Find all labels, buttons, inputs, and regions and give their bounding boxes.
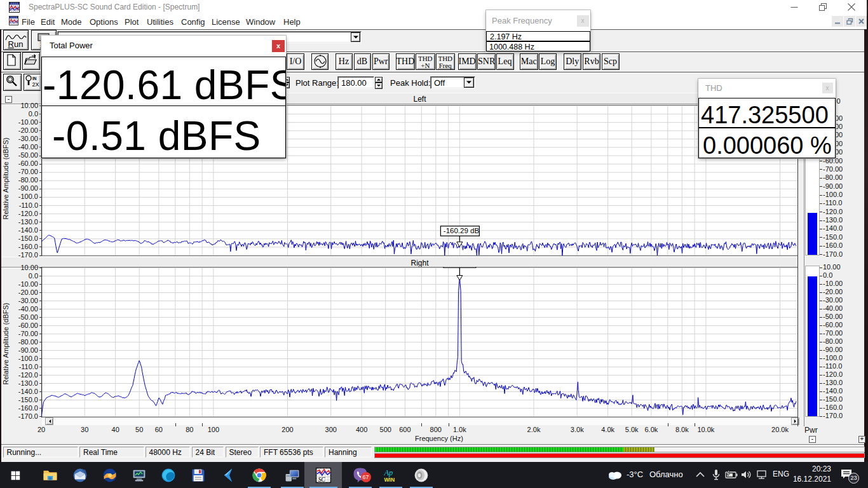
tray-microphone-icon[interactable]	[712, 469, 721, 481]
run-button[interactable]: Run	[3, 30, 29, 50]
menu-mode[interactable]: Mode	[61, 17, 82, 27]
menu-file[interactable]: File	[22, 17, 35, 27]
taskbar-item-floppy-save[interactable]	[183, 462, 213, 488]
combobox-dropdown-icon[interactable]	[351, 32, 360, 42]
taskbar-item-chrome[interactable]	[244, 462, 274, 488]
toolbar-button-scp[interactable]: Scp	[602, 53, 620, 70]
toolbar-button-imd[interactable]: IMD	[458, 53, 477, 70]
taskbar-item-blue-arrow[interactable]	[213, 462, 243, 488]
right-plot-canvas[interactable]	[41, 267, 798, 417]
meter-tick-mark	[820, 400, 822, 400]
total-power-title: Total Power	[50, 41, 93, 50]
thd-titlebar[interactable]: THD x	[698, 79, 836, 98]
taskbar-item-file-explorer[interactable]	[36, 462, 65, 488]
menu-utilities[interactable]: Utilities	[147, 17, 173, 27]
tray-date[interactable]: 16.12.2021	[790, 475, 831, 484]
toolbar-button-rvb[interactable]: Rvb	[583, 53, 600, 70]
peak-hold-dropdown-icon[interactable]	[464, 78, 474, 88]
peak-frequency-window[interactable]: Peak Frequency x 2.197 Hz 1000.488 Hz	[486, 10, 590, 51]
mdi-close-button[interactable]	[856, 16, 867, 27]
peak-frequency-titlebar[interactable]: Peak Frequency x	[486, 10, 590, 31]
toolbar-button-mac[interactable]: Mac	[520, 53, 538, 70]
x-axis-tick-label: 6.0k	[644, 426, 658, 433]
mdi-restore-button[interactable]	[844, 16, 855, 27]
toolbar-button-dly[interactable]: Dly	[564, 53, 582, 70]
total-power-value-right: -0.51 dBFS	[41, 105, 286, 158]
taskbar-item-spectraplus[interactable]	[304, 462, 342, 488]
meter-tick-mark	[820, 229, 822, 229]
new-file-button[interactable]	[3, 52, 21, 70]
tray-language[interactable]: ENG	[773, 470, 789, 478]
plot-range-spinner-up[interactable]	[375, 77, 383, 83]
restore-button[interactable]	[817, 0, 829, 14]
menu-config[interactable]: Config	[181, 17, 205, 27]
toolbar-button-thd[interactable]: THD	[396, 53, 415, 70]
taskbar-item-viber[interactable]: 67	[346, 462, 376, 488]
total-power-titlebar[interactable]: Total Power x	[41, 36, 286, 57]
thd-window[interactable]: THD x 417.325500 0.000060 %	[698, 79, 836, 158]
left-plot-ytick: -90.00	[5, 184, 38, 192]
tray-network-icon[interactable]	[756, 470, 768, 480]
toolbar-button-sine-generator[interactable]	[311, 53, 329, 70]
peak-frequency-title: Peak Frequency	[492, 16, 552, 25]
right-plot-ytick: -70.00	[5, 330, 38, 337]
plot-hscrollbar[interactable]	[42, 417, 799, 425]
tray-time[interactable]: 20:23	[796, 464, 831, 473]
close-button[interactable]	[845, 0, 858, 14]
taskbar-item-media-player[interactable]	[95, 462, 125, 488]
right-meter-tick: -140.0	[823, 387, 843, 395]
minimize-button[interactable]	[788, 0, 801, 14]
toolbar-button-pwr[interactable]: Pwr	[372, 53, 390, 70]
menu-help[interactable]: Help	[283, 17, 301, 27]
menu-edit[interactable]: Edit	[41, 17, 55, 27]
plot-range-input[interactable]: 180.00	[337, 76, 374, 89]
right-plot-ytick: -90.00	[5, 346, 38, 354]
toolbar-button-leq[interactable]: Leq	[496, 53, 514, 70]
tray-weather-label[interactable]: Облачно	[649, 470, 683, 479]
open-file-button[interactable]	[22, 52, 40, 70]
peak-hold-dropdown[interactable]: Off	[430, 76, 475, 89]
meter-plus-button[interactable]: +	[858, 436, 865, 443]
meter-tick-mark	[820, 325, 822, 326]
thd-close-button[interactable]: x	[822, 83, 833, 93]
toolbar-button-log[interactable]: Log	[539, 53, 557, 70]
taskbar-item-device-monitor[interactable]	[125, 462, 154, 488]
taskbar-item-edge[interactable]	[154, 462, 184, 488]
mdi-minimize-button[interactable]	[832, 16, 843, 27]
status-panel-1: Real Time	[79, 447, 144, 458]
zoom-in-2x-button[interactable]: IN 2X	[24, 74, 42, 91]
toolbar-button-snr[interactable]: SNR	[477, 53, 496, 70]
taskbar-item-apwin[interactable]	[376, 462, 405, 488]
left-plot-ytick: -100.0	[5, 193, 38, 200]
tray-battery-icon[interactable]	[725, 470, 738, 479]
menu-plot[interactable]: Plot	[125, 17, 139, 27]
total-power-window[interactable]: Total Power x -120.61 dBFS -0.51 dBFS	[41, 36, 286, 158]
taskbar-item-pc-workstation[interactable]	[277, 462, 307, 488]
scroll-left-icon[interactable]	[45, 417, 53, 425]
toolbar-button-thd+n[interactable]: THD+N	[416, 53, 435, 70]
taskbar-item-start[interactable]	[1, 462, 31, 488]
taskbar-item-thunderbird[interactable]	[65, 462, 95, 488]
menu-window[interactable]: Window	[246, 17, 275, 27]
right-plot-ytick: -20.00	[5, 288, 38, 296]
zoom-button[interactable]	[3, 74, 22, 91]
x-axis-minor-tick	[668, 423, 668, 426]
weather-icon[interactable]	[607, 469, 623, 480]
menu-bar: FileEditModeOptionsPlotUtilitiesConfigLi…	[0, 14, 867, 29]
toolbar-button-thdfreq[interactable]: THDFreq	[436, 53, 456, 70]
menu-options[interactable]: Options	[90, 17, 118, 27]
tray-temperature[interactable]: -3°C	[627, 470, 643, 479]
tray-chevron-up-icon[interactable]	[695, 471, 705, 478]
toolbar-button-io[interactable]: I/O	[287, 53, 304, 70]
plot-range-spinner-down[interactable]	[375, 83, 383, 89]
toolbar-button-db[interactable]: dB	[354, 53, 371, 70]
taskbar-item-speaker-app[interactable]	[407, 462, 437, 488]
y-axis-tick-mark	[39, 292, 42, 293]
toolbar-button-hz[interactable]: Hz	[336, 53, 353, 70]
tray-speaker-icon[interactable]	[741, 470, 753, 480]
status-panel-5: FFT 65536 pts	[260, 447, 323, 458]
meter-minus-button[interactable]: -	[809, 436, 816, 443]
peak-frequency-close-button[interactable]: x	[577, 15, 589, 27]
menu-license[interactable]: License	[212, 17, 240, 27]
total-power-close-button[interactable]: x	[272, 40, 285, 52]
